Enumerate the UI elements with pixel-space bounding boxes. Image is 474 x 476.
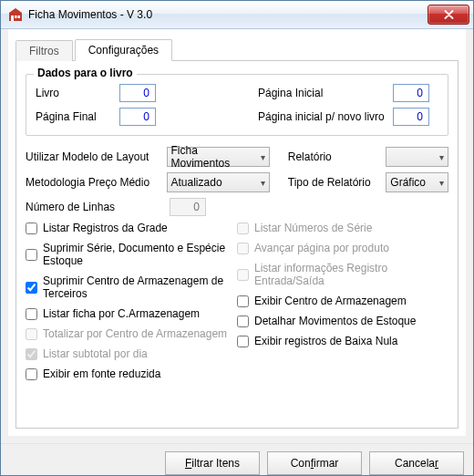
check-left-2-checkbox[interactable]	[26, 282, 37, 294]
check-left-0-label: Listar Registros da Grade	[43, 222, 168, 234]
tab-configuracoes[interactable]: Configurações	[75, 39, 172, 61]
check-right-1-label: Avançar página por produto	[254, 242, 389, 254]
label-pagina-novo-livro: Página inicial p/ novo livro	[258, 110, 393, 123]
check-right-3-checkbox[interactable]	[237, 295, 249, 307]
app-icon	[8, 7, 23, 22]
select-modelo-value: Ficha Movimentos	[171, 144, 256, 170]
titlebar: Ficha Movimentos - V 3.0	[1, 1, 473, 29]
check-right-1-checkbox	[237, 243, 249, 254]
btn-filtrar-rest: iltrar Itens	[191, 457, 240, 470]
row-modelo-relatorio: Utilizar Modelo de Layout Ficha Moviment…	[26, 147, 448, 167]
filtrar-button[interactable]: Filtrar Itens	[165, 451, 260, 475]
tabpage-configuracoes: Dados para o livro Livro Página Inicial …	[15, 61, 459, 429]
select-tipo-value: Gráfico	[390, 176, 426, 189]
check-left-2[interactable]: Suprimir Centro de Armazenagem de Tercei…	[26, 274, 237, 300]
check-left-6-checkbox[interactable]	[26, 368, 37, 380]
input-livro[interactable]	[119, 84, 156, 102]
cancelar-button[interactable]: Cancelar	[369, 451, 464, 475]
button-bar: Filtrar Itens Confirmar Cancelar	[1, 443, 473, 475]
label-pagina-inicial: Página Inicial	[258, 87, 393, 99]
select-metodo-value: Atualizado	[171, 176, 222, 189]
check-right-2: Listar informações Registro Entrada/Saíd…	[237, 262, 448, 287]
chevron-down-icon: ▾	[439, 178, 444, 188]
btn-confirmar-pre: Con	[291, 457, 311, 470]
label-relatorio: Relatório	[288, 150, 386, 163]
check-right-5-checkbox[interactable]	[237, 336, 249, 347]
row-metodo-tipo: Metodologia Preço Médio Atualizado ▾ Tip…	[26, 172, 448, 192]
select-metodo-preco[interactable]: Atualizado ▾	[167, 172, 271, 192]
select-tipo-relatorio[interactable]: Gráfico ▾	[386, 172, 448, 192]
group-legend: Dados para o livro	[34, 67, 137, 79]
svg-rect-2	[15, 16, 17, 18]
check-right-4-checkbox[interactable]	[237, 316, 249, 327]
svg-marker-4	[9, 8, 22, 13]
input-numero-linhas	[170, 198, 206, 216]
row-livro-pginicial: Livro Página Inicial	[36, 84, 438, 102]
check-right-0-checkbox	[237, 222, 249, 234]
check-right-5-label: Exibir registros de Baixa Nula	[254, 335, 397, 347]
label-pagina-final: Página Final	[36, 110, 119, 123]
window-title: Ficha Movimentos - V 3.0	[28, 8, 428, 21]
check-right-5[interactable]: Exibir registros de Baixa Nula	[237, 335, 448, 347]
check-left-4-label: Totalizar por Centro de Armazenagem	[43, 327, 227, 340]
check-left-5-label: Listar subtotal por dia	[43, 347, 148, 360]
svg-rect-3	[18, 16, 21, 18]
check-left-1-checkbox[interactable]	[26, 249, 37, 261]
window: Ficha Movimentos - V 3.0 Filtros Configu…	[0, 0, 474, 476]
check-left-6[interactable]: Exibir em fonte reduzida	[26, 367, 237, 380]
confirmar-button[interactable]: Confirmar	[267, 451, 362, 475]
chevron-down-icon: ▾	[261, 152, 265, 162]
input-pagina-final[interactable]	[119, 108, 156, 126]
check-right-0-label: Listar Números de Série	[254, 222, 372, 234]
row-pgfinal-pgnovo: Página Final Página inicial p/ novo livr…	[36, 108, 438, 126]
row-linhas: Número de Linhas	[26, 198, 448, 216]
group-dados-livro: Dados para o livro Livro Página Inicial …	[26, 74, 448, 136]
check-right-1: Avançar página por produto	[237, 242, 448, 254]
check-left-1[interactable]: Suprimir Série, Documento e Espécie Esto…	[26, 242, 237, 267]
check-left-2-label: Suprimir Centro de Armazenagem de Tercei…	[43, 274, 237, 300]
chevron-down-icon: ▾	[439, 152, 444, 162]
check-right-4[interactable]: Detalhar Movimentos de Estoque	[237, 315, 448, 327]
label-livro: Livro	[36, 87, 119, 99]
check-left-3[interactable]: Listar ficha por C.Armazenagem	[26, 307, 237, 320]
select-modelo-layout[interactable]: Ficha Movimentos ▾	[167, 147, 271, 167]
checkbox-col-left: Listar Registros da GradeSuprimir Série,…	[26, 222, 237, 388]
tab-filtros[interactable]: Filtros	[15, 40, 73, 61]
check-left-0[interactable]: Listar Registros da Grade	[26, 222, 237, 234]
check-left-1-label: Suprimir Série, Documento e Espécie Esto…	[43, 242, 237, 267]
input-pagina-novo-livro[interactable]	[393, 108, 429, 126]
label-modelo-layout: Utilizar Modelo de Layout	[26, 150, 167, 163]
checkbox-columns: Listar Registros da GradeSuprimir Série,…	[26, 222, 448, 388]
check-left-5-checkbox	[26, 348, 37, 360]
check-left-0-checkbox[interactable]	[26, 222, 37, 234]
label-numero-linhas: Número de Linhas	[26, 201, 170, 213]
label-metodo-preco: Metodologia Preço Médio	[26, 176, 167, 189]
btn-confirmar-post: irmar	[314, 457, 338, 470]
close-button[interactable]	[428, 5, 469, 25]
close-icon	[444, 10, 454, 19]
check-left-3-checkbox[interactable]	[26, 308, 37, 320]
btn-cancelar-pre: Cancela	[395, 457, 435, 470]
check-right-4-label: Detalhar Movimentos de Estoque	[254, 315, 416, 327]
check-right-2-checkbox	[237, 269, 249, 281]
check-right-0: Listar Números de Série	[237, 222, 448, 234]
chevron-down-icon: ▾	[261, 178, 265, 188]
tabstrip: Filtros Configurações	[15, 38, 459, 61]
check-right-3-label: Exibir Centro de Armazenagem	[254, 295, 407, 307]
check-left-6-label: Exibir em fonte reduzida	[43, 367, 160, 380]
input-pagina-inicial[interactable]	[393, 84, 429, 102]
check-left-4-checkbox	[26, 328, 37, 340]
check-left-3-label: Listar ficha por C.Armazenagem	[43, 307, 200, 320]
check-right-3[interactable]: Exibir Centro de Armazenagem	[237, 295, 448, 307]
check-left-5: Listar subtotal por dia	[26, 347, 237, 360]
check-right-2-label: Listar informações Registro Entrada/Saíd…	[254, 262, 448, 287]
select-relatorio[interactable]: ▾	[386, 147, 448, 167]
check-left-4: Totalizar por Centro de Armazenagem	[26, 327, 237, 340]
checkbox-col-right: Listar Números de SérieAvançar página po…	[237, 222, 448, 388]
label-tipo-relatorio: Tipo de Relatório	[288, 176, 386, 189]
svg-rect-1	[11, 16, 14, 21]
client-area: Filtros Configurações Dados para o livro…	[8, 29, 466, 436]
